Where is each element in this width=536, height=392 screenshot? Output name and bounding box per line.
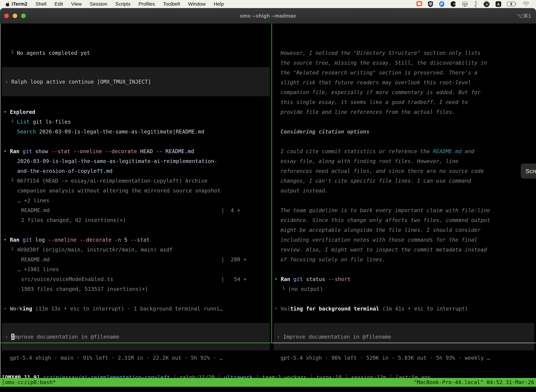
terminal-pane-right[interactable]: However, I noticed the "Directory Struct… <box>272 48 536 366</box>
text-segment: 5 <box>121 237 127 243</box>
text-segment: Ralph loop active continue [OMX_TMUX_INJ… <box>11 79 151 85</box>
text-segment: Wo <box>10 306 16 312</box>
text-segment: might be acceptable alongside the file l… <box>281 227 481 233</box>
menu-item-window[interactable]: Window <box>188 1 206 7</box>
text-segment: README.md | 4 + <box>21 207 240 213</box>
terminal-text-line: essay file, along with finding root file… <box>281 156 458 166</box>
squiggle-icon[interactable] <box>474 1 478 7</box>
chat-icon[interactable] <box>416 1 422 7</box>
menu-item-profiles[interactable]: Profiles <box>139 1 155 7</box>
text-segment: • <box>274 276 281 282</box>
menu-item-edit[interactable]: Edit <box>54 1 63 7</box>
text-segment: Ran <box>10 237 19 243</box>
pane-bottom-border-left <box>0 343 272 343</box>
terminal-text-line: the source tree, missing the essay. Stil… <box>281 58 487 68</box>
window-shortcut: ⌥⌘1 <box>517 13 531 19</box>
terminal-text-line: slight risk that future readers may over… <box>281 78 471 88</box>
terminal-text-line: gpt-5.4 xhigh · 96% left · 520K in · 5.8… <box>281 353 490 363</box>
text-segment: git <box>290 276 303 282</box>
text-segment: log <box>32 237 45 243</box>
text-segment: --stat <box>127 237 149 243</box>
terminal-text-line: • Ran git status --short <box>274 274 351 284</box>
prompt-input-right[interactable]: › Improve documentation in @filename <box>274 323 534 350</box>
text-segment: git ls-files <box>29 119 71 125</box>
terminal-text-line: … +2 lines <box>18 196 49 205</box>
terminal-text-line: README.md | 280 + <box>21 255 247 265</box>
menu-item-session[interactable]: Session <box>90 1 107 7</box>
menu-item-iterm2[interactable]: iTerm2 <box>12 1 27 7</box>
text-segment: • <box>274 306 281 312</box>
screenshot-tooltip[interactable]: Scre <box>521 164 536 178</box>
text-segment: 2026-03-09-is-legal-the-same-as-legitima… <box>17 158 217 164</box>
dots-grid-icon[interactable] <box>462 1 468 7</box>
svg-text:A: A <box>497 2 500 6</box>
text-segment: the "Related research writing" section i… <box>281 70 478 76</box>
text-segment: README.md <box>433 148 462 154</box>
pie-circle-icon[interactable] <box>450 1 456 7</box>
text-segment: I could cite commit statistics or refere… <box>281 148 433 154</box>
terminal-text-line: • Working (11m 13s • esc to interrupt) ·… <box>4 304 223 314</box>
terminal-text-line: The team guideline is to back every impo… <box>281 205 490 215</box>
text-segment: The team guideline is to back every impo… <box>281 207 490 213</box>
text-segment: including verification notes with those … <box>281 237 478 243</box>
text-segment: of focusing solely on file lines. <box>281 257 385 263</box>
text-segment: Wai <box>281 306 290 312</box>
terminal-text-line: src/voice/voiceModeEnabled.ts | 54 + <box>21 274 247 284</box>
text-segment: However, I noticed the "Directory Struct… <box>281 50 481 56</box>
text-segment: List <box>17 119 29 125</box>
battery-charging-icon[interactable] <box>507 1 517 7</box>
terminal-text-line: of focusing solely on file lines. <box>281 255 385 265</box>
pane-divider[interactable] <box>271 23 272 343</box>
tmux-session-window[interactable]: [omx-cczip0:bash* <box>2 378 56 387</box>
ralph-loop-input-box[interactable]: › Ralph loop active continue [OMX_TMUX_I… <box>2 67 270 96</box>
text-segment: gpt-5.4 xhigh · 96% left · 520K in · 5.8… <box>281 355 490 361</box>
terminal-text-line: • Explored <box>4 107 35 117</box>
menu-item-view[interactable]: View <box>71 1 81 7</box>
terminal-text-line: • Ran git show --stat --oneline --decora… <box>4 146 194 156</box>
menu-item-scripts[interactable]: Scripts <box>115 1 130 7</box>
shield-grid-icon[interactable] <box>428 1 433 7</box>
a-key-icon[interactable]: A <box>495 1 502 7</box>
terminal-text-line: evidence. Since this change only affects… <box>281 215 490 225</box>
text-segment: 2026-03-09-is-legal-the-same-as-legitima… <box>36 129 204 135</box>
menu-item-help[interactable]: Help <box>214 1 224 7</box>
terminal-text-line: this single essay, it seems like a good … <box>281 97 468 107</box>
text-segment: essay file, along with finding root file… <box>281 158 458 164</box>
terminal-text-line: references need actual files, and since … <box>281 166 484 176</box>
terminal-text-line: I could cite commit statistics or refere… <box>281 146 474 156</box>
terminal-text-line: └ No agents completed yet <box>10 48 90 58</box>
text-segment: └ <box>282 286 288 292</box>
tmux-status-bar: [omx-cczip0:bash* "MacBook-Pro-44.local"… <box>0 378 536 387</box>
text-segment: --short <box>325 276 351 282</box>
menu-item-toolbelt[interactable]: Toolbelt <box>163 1 180 7</box>
text-segment: evidence. Since this change only affects… <box>281 217 490 223</box>
text-segment: › <box>5 79 11 85</box>
text-segment: Ran <box>10 148 19 154</box>
terminal-text-line: and-the-erosion-of-copyleft.md <box>17 166 113 176</box>
apple-menu-icon[interactable] <box>5 1 9 7</box>
terminal-text-line: • Ran git log --oneline --decorate -n 5 … <box>4 235 150 245</box>
badge-61-icon[interactable]: ..61 <box>483 1 490 7</box>
text-segment: 4b9d30f (origin/main, instructkr/main, m… <box>17 247 172 253</box>
text-segment: 2 files changed, 92 insertions(+) <box>21 217 126 223</box>
text-segment: › <box>5 334 11 340</box>
terminal-text-line: changes, I can't cite specific file line… <box>281 176 471 186</box>
text-segment: mprove documentation in @filename <box>14 334 119 340</box>
terminal-text-line: including verification notes with those … <box>281 235 478 245</box>
text-segment: ting for background terminal <box>290 306 379 312</box>
text-segment: gpt-5.4 xhigh · main · 91% left · 2.31M … <box>10 355 223 361</box>
terminal-text-line: 2 files changed, 92 insertions(+) <box>21 215 126 225</box>
text-segment: k <box>19 306 23 312</box>
prompt-input-left[interactable]: › Improve documentation in @filename <box>2 323 270 350</box>
window-titlebar[interactable]: omx --xhigh --madmax ⌥⌘1 <box>0 8 536 23</box>
text-segment: … +1901 lines <box>18 266 59 272</box>
text-segment: provide file and line references from th… <box>281 109 455 115</box>
blue-gem-icon[interactable] <box>439 1 445 7</box>
text-segment: output instead. <box>281 187 328 194</box>
text-segment: • <box>4 109 10 115</box>
wifi-icon[interactable] <box>522 1 530 7</box>
menu-item-shell[interactable]: Shell <box>36 1 46 7</box>
text-segment: ing <box>23 306 32 312</box>
text-segment: r <box>16 306 19 312</box>
text-segment: --stat --oneline --decorate <box>48 148 137 154</box>
